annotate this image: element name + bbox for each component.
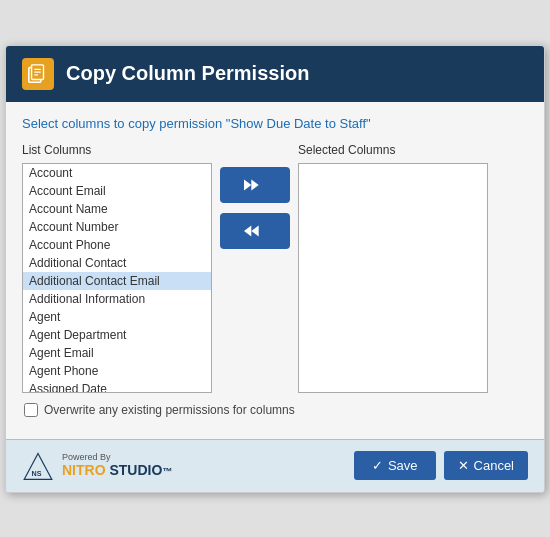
- list-item[interactable]: Assigned Date: [23, 380, 211, 393]
- dialog-header: Copy Column Permission: [6, 46, 544, 102]
- overwrite-checkbox[interactable]: [24, 403, 38, 417]
- cancel-label: Cancel: [474, 458, 514, 473]
- list-item[interactable]: Account Phone: [23, 236, 211, 254]
- selected-columns-group: Selected Columns: [298, 143, 488, 393]
- overwrite-checkbox-row: Overwrite any existing permissions for c…: [24, 403, 528, 417]
- dialog-footer: NS Powered By NITRO STUDIO™ ✓ Save ✕ Can…: [6, 439, 544, 492]
- list-item[interactable]: Account Name: [23, 200, 211, 218]
- x-icon: ✕: [458, 458, 469, 473]
- list-item[interactable]: Account Number: [23, 218, 211, 236]
- list-item[interactable]: Additional Information: [23, 290, 211, 308]
- save-button[interactable]: ✓ Save: [354, 451, 436, 480]
- copy-column-permission-dialog: Copy Column Permission Select columns to…: [5, 45, 545, 493]
- list-item[interactable]: Account: [23, 164, 211, 182]
- list-item[interactable]: Agent: [23, 308, 211, 326]
- svg-marker-8: [244, 225, 251, 236]
- overwrite-label[interactable]: Overwrite any existing permissions for c…: [44, 403, 295, 417]
- brand-name: NITRO STUDIO™: [62, 463, 172, 478]
- columns-section: List Columns AccountAccount EmailAccount…: [22, 143, 528, 393]
- list-columns-group: List Columns AccountAccount EmailAccount…: [22, 143, 212, 393]
- list-columns-label: List Columns: [22, 143, 212, 157]
- brand-name-part2: STUDIO: [106, 462, 163, 478]
- transfer-buttons: [220, 143, 290, 249]
- list-item[interactable]: Additional Contact: [23, 254, 211, 272]
- svg-marker-5: [244, 179, 251, 190]
- move-left-button[interactable]: [220, 213, 290, 249]
- brand-trademark: ™: [162, 466, 172, 477]
- footer-buttons: ✓ Save ✕ Cancel: [354, 451, 528, 480]
- brand-text: Powered By NITRO STUDIO™: [62, 453, 172, 478]
- svg-marker-7: [251, 225, 258, 236]
- brand-logo-icon: NS: [22, 450, 54, 482]
- svg-text:NS: NS: [32, 468, 42, 477]
- selected-columns-listbox[interactable]: [298, 163, 488, 393]
- dialog-title: Copy Column Permission: [66, 62, 309, 85]
- list-item[interactable]: Agent Phone: [23, 362, 211, 380]
- move-right-button[interactable]: [220, 167, 290, 203]
- list-item[interactable]: Agent Department: [23, 326, 211, 344]
- checkmark-icon: ✓: [372, 458, 383, 473]
- permission-name: "Show Due Date to Staff": [226, 116, 371, 131]
- list-item[interactable]: Account Email: [23, 182, 211, 200]
- list-item[interactable]: Additional Contact Email: [23, 272, 211, 290]
- cancel-button[interactable]: ✕ Cancel: [444, 451, 528, 480]
- header-icon: [22, 58, 54, 90]
- svg-marker-6: [251, 179, 258, 190]
- dialog-body: Select columns to copy permission "Show …: [6, 102, 544, 439]
- save-label: Save: [388, 458, 418, 473]
- brand-name-part1: NITRO: [62, 462, 106, 478]
- description-prefix: Select columns to copy permission: [22, 116, 226, 131]
- list-item[interactable]: Agent Email: [23, 344, 211, 362]
- dialog-description: Select columns to copy permission "Show …: [22, 116, 528, 131]
- list-columns-listbox[interactable]: AccountAccount EmailAccount NameAccount …: [22, 163, 212, 393]
- brand: NS Powered By NITRO STUDIO™: [22, 450, 172, 482]
- selected-columns-label: Selected Columns: [298, 143, 488, 157]
